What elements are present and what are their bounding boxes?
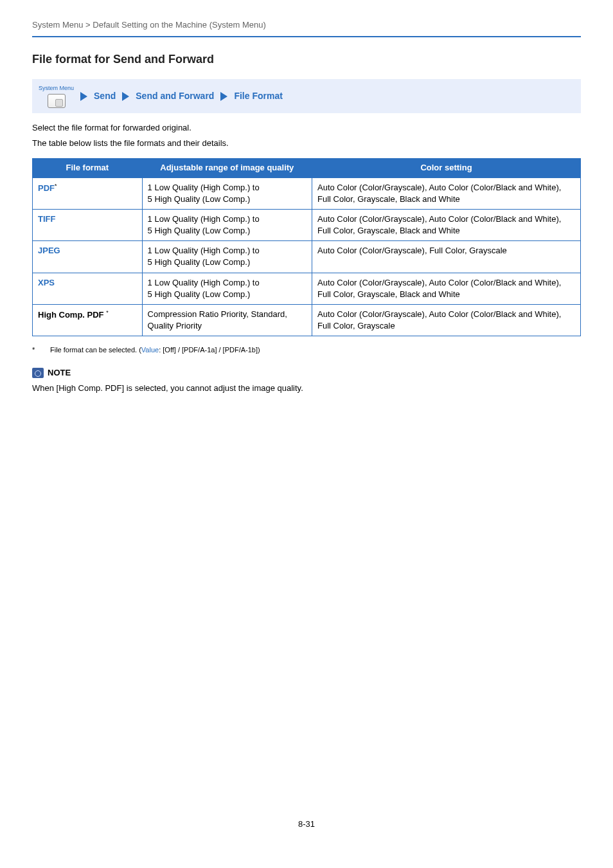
table-row: XPS1 Low Quality (High Comp.) to5 High Q… [33,273,581,304]
arrow-icon [220,92,227,101]
color-cell: Auto Color (Color/Grayscale), Auto Color… [312,209,581,240]
asterisk: * [106,309,109,316]
range-cell: 1 Low Quality (High Comp.) to5 High Qual… [142,209,312,240]
nav-step-send: Send [94,90,116,103]
file-format-table: File format Adjustable range of image qu… [32,158,581,336]
note-label: NOTE [48,367,71,379]
range-cell: 1 Low Quality (High Comp.) to5 High Qual… [142,177,312,209]
page-number: 8-31 [32,818,581,830]
arrow-icon [80,92,87,101]
system-menu-icon: System Menu [39,84,74,108]
nav-step-file-format: File Format [234,90,282,103]
note-body: When [High Comp. PDF] is selected, you c… [32,383,581,394]
section-title: File format for Send and Forward [32,51,581,68]
system-menu-label: System Menu [39,84,74,93]
breadcrumb: System Menu > Default Setting on the Mac… [32,19,581,37]
format-name: High Comp. PDF [38,310,106,320]
format-name: PDF [38,183,55,193]
col-header-format: File format [33,159,143,177]
intro-p2: The table below lists the file formats a… [32,138,581,149]
nav-path: System Menu Send Send and Forward File F… [32,79,581,113]
table-row: TIFF1 Low Quality (High Comp.) to5 High … [33,209,581,240]
color-cell: Auto Color (Color/Grayscale), Full Color… [312,241,581,273]
note-header: NOTE [32,367,581,379]
color-cell: Auto Color (Color/Grayscale), Auto Color… [312,305,581,336]
color-cell: Auto Color (Color/Grayscale), Auto Color… [312,273,581,304]
format-name: TIFF [38,214,55,224]
arrow-icon [122,92,129,101]
footnote-text: File format can be selected. (Value: [Of… [50,345,260,355]
asterisk: * [55,183,57,189]
format-name: XPS [38,278,55,287]
nav-step-send-forward: Send and Forward [136,90,214,103]
intro-p1: Select the file format for forwarded ori… [32,122,581,134]
range-cell: 1 Low Quality (High Comp.) to5 High Qual… [142,273,312,304]
col-header-color: Color setting [312,159,581,177]
table-row: JPEG1 Low Quality (High Comp.) to5 High … [33,241,581,273]
footnote-star: * [32,345,39,355]
color-cell: Auto Color (Color/Grayscale), Auto Color… [312,177,581,209]
range-cell: Compression Ratio Priority, Standard, Qu… [142,305,312,336]
format-name: JPEG [38,246,60,255]
note-icon [32,368,44,378]
range-cell: 1 Low Quality (High Comp.) to5 High Qual… [142,241,312,273]
table-row: PDF*1 Low Quality (High Comp.) to5 High … [33,177,581,209]
table-row: High Comp. PDF *Compression Ratio Priori… [33,305,581,336]
footnote: * File format can be selected. (Value: [… [32,345,581,355]
col-header-range: Adjustable range of image quality [142,159,312,177]
